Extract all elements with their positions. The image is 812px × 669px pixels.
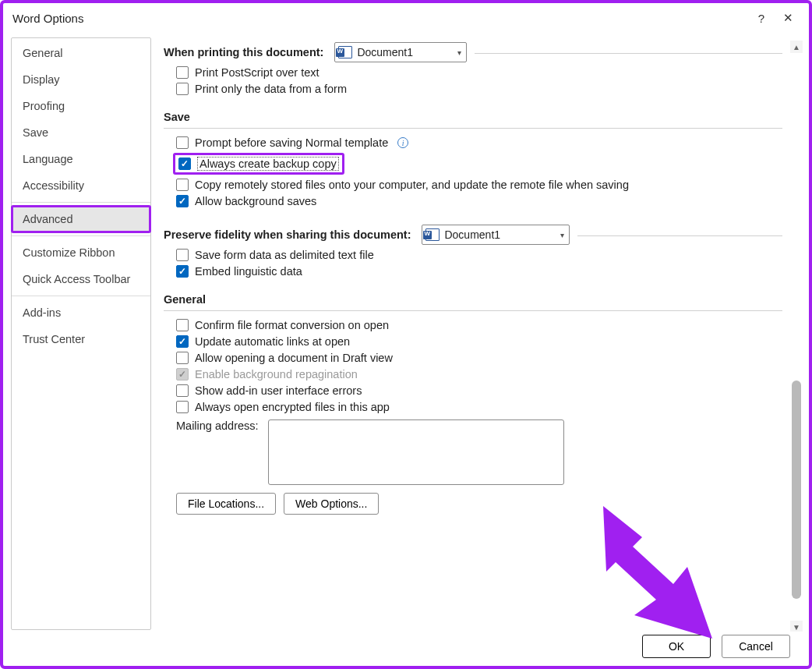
checkbox[interactable] bbox=[176, 352, 189, 364]
backup-copy-label: Always create backup copy bbox=[197, 157, 339, 171]
bg-repagination-checkbox-row: Enable background repagination bbox=[176, 368, 782, 381]
chevron-down-icon: ▾ bbox=[560, 231, 564, 239]
auto-links-checkbox-row[interactable]: Update automatic links at open bbox=[176, 335, 782, 348]
save-section-title: Save bbox=[164, 111, 782, 123]
sidebar-separator bbox=[12, 296, 150, 296]
info-icon[interactable] bbox=[397, 137, 408, 148]
checkbox[interactable] bbox=[176, 136, 189, 149]
sidebar-item-addins[interactable]: Add-ins bbox=[12, 299, 150, 326]
mailing-address-label: Mailing address: bbox=[176, 419, 259, 432]
chevron-down-icon: ▾ bbox=[457, 48, 461, 57]
sidebar-item-trust-center[interactable]: Trust Center bbox=[12, 326, 150, 352]
vertical-scrollbar[interactable]: ▲ ▼ bbox=[790, 41, 803, 632]
print-data-form-checkbox-row[interactable]: Print only the data from a form bbox=[176, 83, 782, 95]
sidebar-item-proofing[interactable]: Proofing bbox=[12, 93, 150, 119]
general-section-title: General bbox=[164, 293, 782, 306]
sidebar-item-advanced[interactable]: Advanced bbox=[12, 206, 150, 232]
backup-copy-checkbox[interactable] bbox=[178, 158, 191, 170]
sidebar-item-language[interactable]: Language bbox=[12, 146, 150, 172]
mailing-address-row: Mailing address: bbox=[176, 419, 782, 485]
draft-view-checkbox-row[interactable]: Allow opening a document in Draft view bbox=[176, 352, 782, 364]
fidelity-section-header: Preserve fidelity when sharing this docu… bbox=[164, 225, 782, 245]
form-data-delimited-checkbox-row[interactable]: Save form data as delimited text file bbox=[176, 249, 782, 261]
checkbox[interactable] bbox=[176, 401, 189, 413]
checkbox[interactable] bbox=[176, 335, 189, 348]
checkbox[interactable] bbox=[176, 195, 189, 207]
checkbox[interactable] bbox=[176, 319, 189, 331]
sidebar-item-general[interactable]: General bbox=[12, 40, 150, 66]
checkbox-disabled bbox=[176, 368, 189, 381]
prompt-normal-template-checkbox-row[interactable]: Prompt before saving Normal template bbox=[176, 136, 782, 149]
web-options-button[interactable]: Web Options... bbox=[284, 493, 379, 515]
checkbox[interactable] bbox=[176, 66, 189, 79]
titlebar: Word Options ? ✕ bbox=[3, 3, 809, 30]
copy-remote-checkbox-row[interactable]: Copy remotely stored files onto your com… bbox=[176, 179, 782, 191]
encrypted-files-checkbox-row[interactable]: Always open encrypted files in this app bbox=[176, 401, 782, 413]
checkbox[interactable] bbox=[176, 384, 189, 397]
checkbox[interactable] bbox=[176, 83, 189, 95]
sidebar-item-accessibility[interactable]: Accessibility bbox=[12, 172, 150, 199]
scroll-track[interactable] bbox=[790, 53, 803, 621]
sidebar-item-display[interactable]: Display bbox=[12, 66, 150, 93]
category-sidebar: General Display Proofing Save Language A… bbox=[11, 37, 151, 630]
confirm-conversion-checkbox-row[interactable]: Confirm file format conversion on open bbox=[176, 319, 782, 331]
scroll-down-button[interactable]: ▼ bbox=[790, 621, 803, 632]
file-locations-button[interactable]: File Locations... bbox=[176, 493, 276, 515]
sidebar-separator bbox=[12, 202, 150, 203]
printing-document-dropdown[interactable]: Document1 ▾ bbox=[334, 42, 467, 62]
checkbox[interactable] bbox=[176, 179, 189, 191]
addin-errors-checkbox-row[interactable]: Show add-in user interface errors bbox=[176, 384, 782, 397]
checkbox[interactable] bbox=[176, 249, 189, 261]
sidebar-separator bbox=[12, 235, 150, 236]
allow-bg-saves-checkbox-row[interactable]: Allow background saves bbox=[176, 195, 782, 207]
sidebar-item-quick-access[interactable]: Quick Access Toolbar bbox=[12, 266, 150, 292]
mailing-address-textarea[interactable] bbox=[268, 419, 564, 485]
ok-button[interactable]: OK bbox=[642, 635, 711, 658]
embed-linguistic-checkbox-row[interactable]: Embed linguistic data bbox=[176, 265, 782, 278]
dialog-content: General Display Proofing Save Language A… bbox=[3, 30, 809, 632]
word-document-icon bbox=[338, 46, 352, 58]
sidebar-item-customize-ribbon[interactable]: Customize Ribbon bbox=[12, 239, 150, 266]
scroll-thumb[interactable] bbox=[792, 381, 801, 599]
cancel-button[interactable]: Cancel bbox=[722, 635, 790, 658]
sidebar-item-save[interactable]: Save bbox=[12, 119, 150, 146]
close-button[interactable]: ✕ bbox=[775, 7, 801, 29]
print-postscript-checkbox-row[interactable]: Print PostScript over text bbox=[176, 66, 782, 79]
settings-pane: When printing this document: Document1 ▾… bbox=[164, 36, 806, 632]
dialog-footer: OK Cancel bbox=[642, 635, 790, 658]
general-buttons-row: File Locations... Web Options... bbox=[176, 493, 782, 515]
checkbox[interactable] bbox=[176, 265, 189, 278]
fidelity-document-dropdown[interactable]: Document1 ▾ bbox=[422, 225, 570, 245]
window-title: Word Options bbox=[12, 12, 748, 25]
backup-copy-highlight: Always create backup copy bbox=[173, 153, 344, 175]
scroll-up-button[interactable]: ▲ bbox=[790, 41, 803, 53]
word-document-icon bbox=[425, 228, 440, 241]
help-button[interactable]: ? bbox=[748, 7, 775, 29]
printing-section-header: When printing this document: Document1 ▾ bbox=[164, 42, 782, 62]
